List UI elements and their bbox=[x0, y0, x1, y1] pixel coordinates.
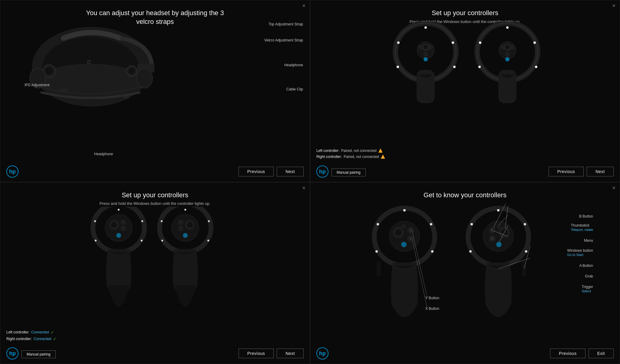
svg-point-4 bbox=[45, 67, 53, 74]
right-controller-status: Right controller: Paired, not connected bbox=[316, 155, 385, 159]
left-controller-status: Left controller: Paired, not connected bbox=[316, 149, 385, 153]
close-button[interactable]: × bbox=[302, 185, 305, 191]
label-headphone-right: Headphone bbox=[284, 63, 303, 67]
svg-point-51 bbox=[141, 240, 143, 241]
close-button[interactable]: × bbox=[612, 185, 615, 191]
svg-point-105 bbox=[497, 224, 501, 228]
check-icon: ✓ bbox=[53, 336, 57, 341]
controller-status: Left controller: Paired, not connected R… bbox=[316, 149, 385, 161]
panel-know-controllers: × Get to know your controllers Y bbox=[310, 182, 620, 364]
panel-setup-controllers-connected: × Set up your controllers Press and hold… bbox=[0, 182, 310, 364]
svg-point-57 bbox=[120, 226, 126, 231]
svg-point-62 bbox=[161, 220, 163, 222]
svg-point-32 bbox=[506, 26, 509, 29]
label-ipd: IPD Adjustment bbox=[25, 83, 50, 87]
nav-buttons: Previous Next bbox=[549, 167, 614, 176]
label-y-button: Y Button bbox=[425, 296, 439, 300]
svg-point-86 bbox=[402, 224, 406, 228]
svg-point-18 bbox=[452, 41, 454, 44]
label-velcro-strap: Velcro Adjustment Strap bbox=[264, 38, 303, 42]
svg-point-36 bbox=[478, 66, 481, 68]
manual-pairing-button[interactable]: Manual pairing bbox=[331, 169, 366, 176]
label-grab: Grab bbox=[585, 274, 593, 278]
label-thumbstick: ThumbstickTeleport, rotate bbox=[571, 223, 593, 232]
svg-point-78 bbox=[375, 250, 378, 253]
svg-point-6 bbox=[129, 68, 135, 74]
panel-subtitle: Press and hold the Windows button until … bbox=[0, 201, 310, 206]
controller-image bbox=[82, 207, 228, 307]
manual-pairing-button[interactable]: Manual pairing bbox=[21, 350, 56, 358]
svg-rect-12 bbox=[59, 89, 68, 92]
svg-point-69 bbox=[178, 226, 183, 231]
svg-point-61 bbox=[208, 220, 210, 222]
svg-text:hp: hp bbox=[9, 350, 16, 356]
svg-text:A: A bbox=[491, 237, 493, 240]
svg-point-20 bbox=[397, 41, 400, 44]
svg-point-34 bbox=[535, 66, 537, 68]
hp-logo: hp bbox=[6, 166, 18, 178]
svg-point-68 bbox=[178, 220, 183, 225]
hp-logo: hp bbox=[6, 347, 18, 359]
svg-point-33 bbox=[533, 41, 536, 44]
nav-buttons: Previous Next bbox=[239, 349, 304, 358]
svg-point-29 bbox=[424, 57, 428, 61]
svg-point-64 bbox=[161, 240, 163, 241]
right-controller-status: Right controller: Connected ✓ bbox=[6, 336, 57, 341]
svg-point-48 bbox=[118, 209, 120, 211]
svg-point-43 bbox=[505, 45, 510, 49]
hp-logo: hp bbox=[316, 347, 328, 359]
previous-button[interactable]: Previous bbox=[549, 167, 584, 176]
manual-pair-area: Manual pairing bbox=[21, 349, 56, 358]
panel-title: Set up your controllers bbox=[0, 191, 310, 200]
svg-point-67 bbox=[187, 222, 193, 228]
svg-point-21 bbox=[397, 66, 399, 68]
hp-logo: hp bbox=[316, 166, 328, 178]
previous-button[interactable]: Previous bbox=[239, 167, 274, 176]
manual-pair-area: Manual pairing bbox=[331, 167, 366, 176]
nav-buttons: Previous Next bbox=[239, 167, 304, 176]
exit-button[interactable]: Exit bbox=[589, 349, 614, 358]
next-button[interactable]: Next bbox=[587, 167, 614, 176]
svg-point-76 bbox=[377, 223, 379, 225]
svg-text:Y: Y bbox=[410, 229, 412, 232]
svg-point-50 bbox=[94, 220, 96, 222]
svg-point-26 bbox=[423, 52, 428, 57]
svg-point-17 bbox=[424, 26, 427, 29]
warning-icon bbox=[381, 155, 385, 159]
svg-point-77 bbox=[431, 250, 434, 253]
svg-point-35 bbox=[479, 41, 481, 44]
svg-point-10 bbox=[137, 68, 153, 88]
svg-text:hp: hp bbox=[319, 350, 326, 356]
svg-point-106 bbox=[496, 242, 502, 247]
label-trigger: TriggerSelect bbox=[582, 285, 593, 293]
label-headphone-bottom: Headphone bbox=[94, 152, 113, 156]
svg-point-75 bbox=[430, 223, 432, 225]
label-a-button: A Button bbox=[579, 264, 593, 268]
svg-point-97 bbox=[469, 250, 472, 253]
svg-point-95 bbox=[470, 223, 473, 225]
left-controller-status: Left controller: Connected ✓ bbox=[6, 330, 57, 335]
svg-point-28 bbox=[424, 45, 428, 49]
controller-image bbox=[380, 21, 550, 112]
label-cable-clip: Cable Clip bbox=[286, 87, 303, 91]
svg-point-19 bbox=[453, 66, 456, 68]
svg-point-87 bbox=[401, 242, 407, 247]
svg-point-49 bbox=[141, 220, 143, 222]
previous-button[interactable]: Previous bbox=[239, 349, 274, 358]
next-button[interactable]: Next bbox=[277, 349, 304, 358]
close-button[interactable]: × bbox=[612, 3, 615, 9]
label-x-button: X Button bbox=[425, 307, 439, 311]
close-button[interactable]: × bbox=[302, 3, 305, 9]
panel-title: Set up your controllers bbox=[310, 9, 620, 18]
svg-point-63 bbox=[207, 240, 209, 241]
svg-text:B: B bbox=[491, 229, 493, 232]
nav-buttons: Previous Exit bbox=[550, 349, 614, 358]
svg-text:hp: hp bbox=[319, 169, 326, 175]
svg-point-70 bbox=[183, 233, 188, 238]
label-top-strap: Top Adjustment Strap bbox=[269, 22, 303, 26]
previous-button[interactable]: Previous bbox=[550, 349, 585, 358]
svg-text:∅: ∅ bbox=[87, 59, 91, 65]
label-menu: Menu bbox=[584, 238, 593, 243]
next-button[interactable]: Next bbox=[277, 167, 304, 176]
label-windows-button: Windows buttonGo to Start bbox=[567, 248, 593, 257]
